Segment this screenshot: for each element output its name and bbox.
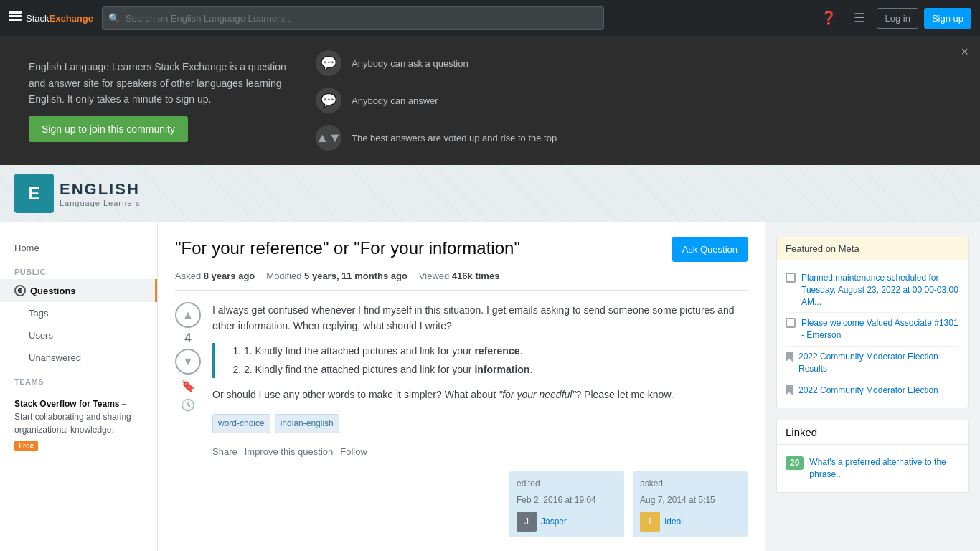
meta-link-3[interactable]: 2022 Community Moderator Election: [798, 385, 938, 397]
meta-item-1: Please welcome Valued Associate #1301 - …: [786, 313, 959, 347]
inbox-icon-button[interactable]: ☰: [848, 7, 871, 29]
linked-widget: Linked 20 What's a preferred alternative…: [776, 420, 969, 493]
bookmark-button[interactable]: 🔖: [179, 377, 197, 394]
feature-answer: 💬 Anybody can answer: [316, 88, 557, 113]
tag-word-choice[interactable]: word-choice: [212, 414, 270, 433]
modified-label: Modified 5 years, 11 months ago: [266, 270, 407, 281]
login-button[interactable]: Log in: [877, 8, 918, 29]
asker-avatar: I: [640, 512, 660, 532]
asker-date: Aug 7, 2014 at 5:15: [640, 494, 740, 507]
site-logo-sub: Language Learners: [60, 199, 140, 207]
modified-value: 5 years, 11 months ago: [304, 270, 407, 281]
search-icon: 🔍: [108, 13, 120, 24]
sidebar-teams-text: Stack Overflow for Teams – Start collabo…: [14, 397, 143, 436]
featured-meta-widget: Featured on Meta Planned maintenance sch…: [776, 237, 969, 408]
teams-name: Stack Overflow for Teams: [14, 399, 120, 409]
brand-stack: StackExchange: [26, 13, 93, 24]
tag-indian-english[interactable]: indian-english: [275, 414, 339, 433]
question-header: "For your reference" or "For your inform…: [175, 237, 748, 262]
meta-icon-2: [786, 352, 793, 362]
feature-vote-icon: ▲▼: [316, 125, 341, 151]
linked-link-0[interactable]: What's a preferred alternative to the ph…: [809, 456, 959, 481]
search-bar: 🔍: [102, 6, 604, 30]
editor-label: edited: [517, 477, 617, 491]
sidebar-item-users[interactable]: Users: [0, 324, 157, 347]
asker-info: I Ideal: [640, 512, 740, 532]
signup-button[interactable]: Sign up: [924, 8, 971, 29]
ask-question-button[interactable]: Ask Question: [672, 237, 748, 262]
search-input[interactable]: [102, 6, 604, 30]
meta-icon-0: [786, 273, 796, 283]
meta-item-2: 2022 Community Moderator Election Result…: [786, 347, 959, 380]
list-item-1: 1. Kindly find the attached pictures and…: [244, 343, 748, 359]
sidebar-item-questions[interactable]: ⊕ Questions: [0, 279, 157, 302]
body-paragraph-1: I always get confused whenever I find my…: [212, 302, 748, 334]
sidebar-public-label: PUBLIC: [0, 259, 157, 279]
blockquote: 1. Kindly find the attached pictures and…: [212, 343, 748, 378]
asked-value: 8 years ago: [204, 270, 255, 281]
needful-italic: "for your needful": [499, 389, 575, 400]
sidebar-questions-label: Questions: [30, 286, 76, 296]
improve-link[interactable]: Improve this question: [245, 445, 334, 460]
question-title: "For your reference" or "For your inform…: [175, 237, 672, 259]
list-item-2: 2. Kindly find the attached pictures and…: [244, 362, 748, 377]
linked-header: Linked: [777, 420, 968, 445]
vote-column: ▲ 4 ▼ 🔖 🕓: [175, 302, 201, 537]
linked-body: 20 What's a preferred alternative to the…: [777, 445, 968, 492]
join-community-button[interactable]: Sign up to join this community: [29, 116, 188, 142]
asker-name[interactable]: Ideal: [664, 515, 683, 529]
post-actions: Share Improve this question Follow: [212, 445, 748, 460]
feature-ask-icon: 💬: [316, 50, 341, 76]
banner-features: 💬 Anybody can ask a question 💬 Anybody c…: [316, 50, 557, 151]
linked-badge-0: 20: [786, 456, 804, 470]
feature-ask: 💬 Anybody can ask a question: [316, 50, 557, 76]
sidebar-item-home[interactable]: Home: [0, 237, 157, 259]
site-logo-icon: E: [14, 174, 54, 213]
featured-meta-body: Planned maintenance scheduled for Tuesda…: [777, 260, 968, 408]
help-icon-button[interactable]: ❓: [815, 7, 842, 29]
asker-card: asked Aug 7, 2014 at 5:15 I Ideal: [633, 471, 748, 537]
user-cards: edited Feb 2, 2016 at 19:04 J Jasper ask…: [212, 471, 748, 537]
meta-item-3: 2022 Community Moderator Election: [786, 380, 959, 401]
banner-close-button[interactable]: ×: [961, 44, 969, 60]
meta-link-0[interactable]: Planned maintenance scheduled for Tuesda…: [801, 272, 959, 308]
topnav-actions: ❓ ☰ Log in Sign up: [815, 7, 971, 29]
sidebar-item-tags[interactable]: Tags: [0, 302, 157, 324]
vote-up-button[interactable]: ▲: [175, 302, 201, 328]
editor-date: Feb 2, 2016 at 19:04: [517, 494, 617, 507]
vote-down-button[interactable]: ▼: [175, 349, 201, 375]
banner-text-section: English Language Learners Stack Exchange…: [29, 59, 287, 141]
meta-item-0: Planned maintenance scheduled for Tuesda…: [786, 268, 959, 313]
site-logo[interactable]: E ENGLISH Language Learners: [14, 174, 140, 213]
tags-row: word-choice indian-english: [212, 414, 748, 433]
main-layout: Home PUBLIC ⊕ Questions Tags Users Unans…: [0, 222, 980, 551]
free-badge: Free: [14, 441, 38, 451]
vote-count: 4: [184, 331, 192, 346]
site-logo-main: ENGLISH: [60, 180, 140, 199]
information-bold: information: [474, 364, 529, 375]
editor-name[interactable]: Jasper: [541, 515, 567, 529]
follow-link[interactable]: Follow: [340, 445, 367, 460]
banner-description: English Language Learners Stack Exchange…: [29, 59, 287, 107]
history-button[interactable]: 🕓: [179, 397, 197, 413]
stack-icon: [9, 11, 22, 24]
viewed-label: Viewed 416k times: [419, 270, 500, 281]
share-link[interactable]: Share: [212, 445, 237, 460]
asked-label: Asked 8 years ago: [175, 270, 255, 281]
globe-icon: ⊕: [14, 285, 26, 296]
reference-bold: reference: [474, 345, 519, 357]
featured-meta-header: Featured on Meta: [777, 237, 968, 260]
sidebar: Home PUBLIC ⊕ Questions Tags Users Unans…: [0, 222, 158, 551]
topnav: StackExchange 🔍 ❓ ☰ Log in Sign up: [0, 0, 980, 36]
sidebar-teams-label: TEAMS: [0, 369, 157, 389]
meta-link-1[interactable]: Please welcome Valued Associate #1301 - …: [801, 317, 959, 342]
sidebar-item-unanswered[interactable]: Unanswered: [0, 347, 157, 369]
question-body: ▲ 4 ▼ 🔖 🕓 I always get confused whenever…: [175, 302, 748, 537]
feature-answer-icon: 💬: [316, 88, 341, 113]
question-meta: Asked 8 years ago Modified 5 years, 11 m…: [175, 270, 748, 291]
question-content: "For your reference" or "For your inform…: [158, 222, 765, 551]
site-logo-text: ENGLISH Language Learners: [60, 180, 140, 207]
brand-exchange: Exchange: [50, 13, 93, 24]
meta-link-2[interactable]: 2022 Community Moderator Election Result…: [798, 351, 959, 375]
brand-logo[interactable]: StackExchange: [9, 11, 93, 24]
